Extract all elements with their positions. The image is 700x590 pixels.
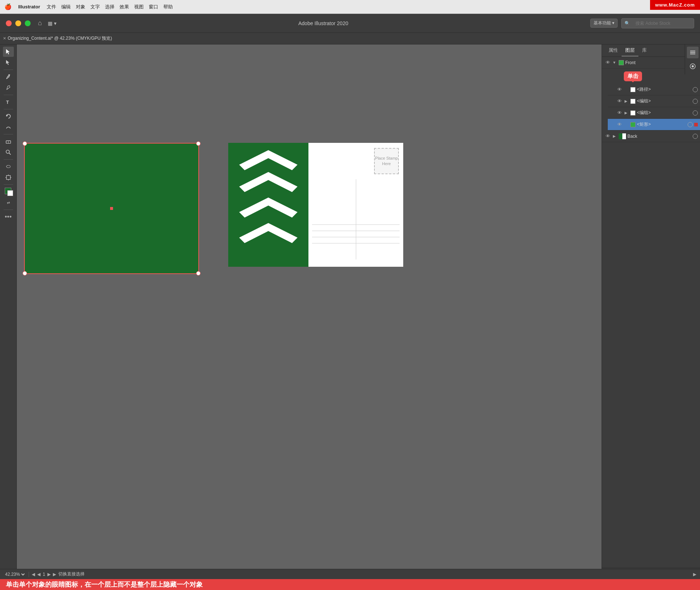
layer-name-back: Back xyxy=(627,134,691,139)
layer-group1[interactable]: 👁 ▶ <编组> xyxy=(608,95,700,107)
properties-side-icon[interactable] xyxy=(687,60,699,72)
layer-color-rect xyxy=(630,122,635,127)
bottom-bar: 单击单个对象的眼睛图标，在一个层上而不是整个层上隐藏一个对象 xyxy=(0,579,700,590)
zoom-selector[interactable]: 42.23% 100% 50% xyxy=(4,571,26,577)
undo-tool[interactable] xyxy=(3,111,14,121)
page-number: 1 xyxy=(43,572,45,577)
bottom-message: 单击单个对象的眼睛图标，在一个层上而不是整个层上隐藏一个对象 xyxy=(6,580,203,589)
menu-select[interactable]: 选择 xyxy=(105,4,114,10)
svg-marker-1 xyxy=(6,60,9,65)
handle-bl[interactable] xyxy=(23,271,27,276)
pencil-tool[interactable] xyxy=(3,83,14,93)
handle-tl[interactable] xyxy=(23,141,27,146)
tab-properties[interactable]: 属性 xyxy=(605,45,622,56)
background-color[interactable] xyxy=(7,190,13,196)
menu-file[interactable]: 文件 xyxy=(47,4,56,10)
eraser-tool[interactable] xyxy=(3,136,14,146)
zoom-tool[interactable] xyxy=(3,147,14,157)
layer-path[interactable]: 👁 <路径> xyxy=(608,84,700,95)
lasso-tool[interactable] xyxy=(3,161,14,172)
eye-icon-rect[interactable]: 👁 xyxy=(616,121,623,128)
back-card-green xyxy=(228,143,308,267)
svg-marker-17 xyxy=(239,198,298,218)
layer-rect[interactable]: 👁 <矩形> xyxy=(608,119,700,130)
layer-circle-group1[interactable] xyxy=(693,99,698,104)
handle-br[interactable] xyxy=(196,271,201,276)
watermark: www.MacZ.com xyxy=(650,0,700,10)
menu-object[interactable]: 对象 xyxy=(76,4,85,10)
layers-list: 👁 ▼ Front 单击 👁 <路径> xyxy=(602,57,700,568)
prev-page-btn[interactable]: ◀ xyxy=(32,572,35,577)
tab-library[interactable]: 库 xyxy=(638,45,650,56)
direct-selection-tool[interactable] xyxy=(3,58,14,68)
view-toggle-icon[interactable]: ▦ ▾ xyxy=(48,20,57,26)
eye-icon-group2[interactable]: 👁 xyxy=(616,109,623,117)
menu-help[interactable]: 帮助 xyxy=(163,4,173,10)
layer-name-group1: <编组> xyxy=(637,98,691,104)
svg-text:T: T xyxy=(6,100,9,105)
layer-red-rect xyxy=(694,123,698,126)
svg-point-8 xyxy=(6,150,9,153)
layer-circle-path[interactable] xyxy=(693,87,698,92)
svg-point-23 xyxy=(692,65,694,67)
layer-circle-rect[interactable] xyxy=(688,122,693,127)
tool-divider-2 xyxy=(4,95,13,95)
eye-icon-group1[interactable]: 👁 xyxy=(616,98,623,105)
smooth-tool[interactable] xyxy=(3,122,14,132)
type-tool[interactable]: T xyxy=(3,97,14,107)
expand-front[interactable]: ▼ xyxy=(611,60,617,66)
eye-icon-front[interactable]: 👁 xyxy=(604,59,611,66)
app-name: Illustrator xyxy=(18,4,40,9)
pen-tool[interactable] xyxy=(3,72,14,82)
apple-menu[interactable]: 🍎 xyxy=(4,3,12,10)
svg-marker-16 xyxy=(239,172,298,192)
menu-view[interactable]: 视图 xyxy=(134,4,144,10)
layers-side-icon[interactable] xyxy=(687,47,699,58)
vertical-divider xyxy=(356,179,356,259)
status-bar: 42.23% 100% 50% | ◀ ◀ 1 ▶ ▶ 切换直接选择 ▶ xyxy=(0,569,700,579)
swap-colors-icon[interactable]: ⇄ xyxy=(3,198,14,208)
tab-bar: ✕ Organizing_Content.ai* @ 42.23% (CMYK/… xyxy=(0,33,700,44)
selection-tool[interactable] xyxy=(3,47,14,57)
tab-label[interactable]: Organizing_Content.ai* @ 42.23% (CMYK/GP… xyxy=(8,35,112,42)
artboard-tool[interactable] xyxy=(3,172,14,183)
expand-group2[interactable]: ▶ xyxy=(623,110,629,116)
workspace-selector[interactable]: 基本功能 ▾ xyxy=(590,19,618,28)
layer-circle-group2[interactable] xyxy=(693,110,698,116)
canvas-area[interactable]: Place Stamp Here xyxy=(17,44,602,579)
toolbox: T ⇄ ••• xyxy=(0,44,17,579)
expand-back[interactable]: ▶ xyxy=(611,133,617,139)
stock-search-input[interactable] xyxy=(632,20,690,27)
expand-group1[interactable]: ▶ xyxy=(623,98,629,104)
close-button[interactable] xyxy=(6,20,12,26)
menu-edit[interactable]: 编辑 xyxy=(61,4,71,10)
color-swatch[interactable] xyxy=(3,187,14,197)
eye-icon-back[interactable]: 👁 xyxy=(604,133,611,140)
tab-close-icon[interactable]: ✕ xyxy=(3,36,6,41)
first-page-btn[interactable]: ◀ xyxy=(37,572,40,577)
eye-icon-path[interactable]: 👁 xyxy=(616,86,623,93)
next-page-btn[interactable]: ▶ xyxy=(47,572,51,577)
minimize-button[interactable] xyxy=(15,20,21,26)
menu-text[interactable]: 文字 xyxy=(90,4,100,10)
svg-rect-20 xyxy=(690,52,695,53)
last-page-btn[interactable]: ▶ xyxy=(53,572,56,577)
tool-divider-6 xyxy=(4,184,13,185)
layer-color-front xyxy=(619,60,624,65)
tab-layers[interactable]: 图层 xyxy=(622,45,638,56)
toolbar: ⌂ ▦ ▾ Adobe Illustrator 2020 基本功能 ▾ 🔍 xyxy=(0,14,700,33)
home-icon[interactable]: ⌂ xyxy=(38,19,42,27)
more-tools-icon[interactable]: ••• xyxy=(3,212,14,222)
menu-window[interactable]: 窗口 xyxy=(149,4,158,10)
layer-circle-back[interactable] xyxy=(693,134,698,139)
menu-effect[interactable]: 效果 xyxy=(120,4,129,10)
svg-marker-15 xyxy=(239,150,298,170)
search-icon: 🔍 xyxy=(625,21,630,26)
handle-tr[interactable] xyxy=(196,141,201,146)
layer-group2[interactable]: 👁 ▶ <编组> xyxy=(608,107,700,119)
maximize-button[interactable] xyxy=(25,20,31,26)
layer-color-path xyxy=(630,87,635,92)
svg-point-2 xyxy=(8,74,10,76)
layer-back[interactable]: 👁 ▶ Back xyxy=(602,130,700,142)
tool-divider-3 xyxy=(4,109,13,109)
